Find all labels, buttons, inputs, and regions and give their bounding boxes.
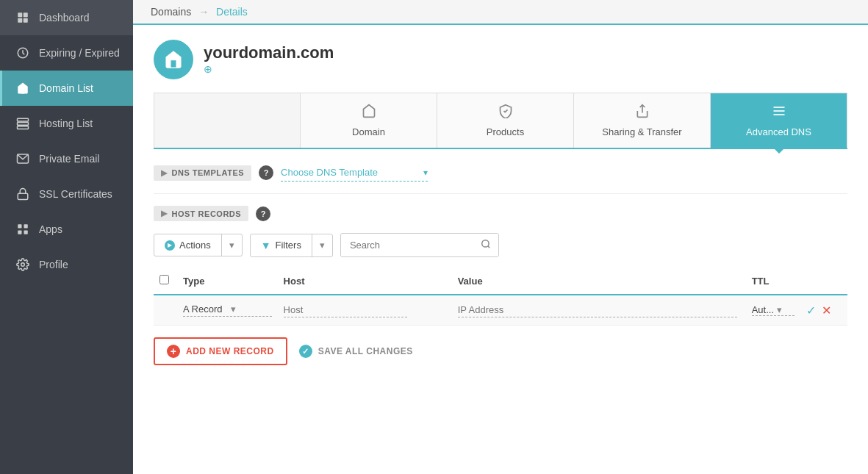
sidebar-item-label: Profile — [39, 259, 68, 270]
ttl-select[interactable]: Aut... ▾ — [752, 304, 795, 316]
host-records-help[interactable]: ? — [256, 207, 270, 221]
tab-products[interactable]: Products — [437, 93, 574, 148]
filters-dropdown-arrow[interactable]: ▾ — [312, 234, 332, 256]
email-icon — [15, 151, 30, 166]
row-value-cell — [452, 295, 746, 326]
row-actions: ✓ ✕ — [806, 304, 842, 317]
sidebar-item-label: Hosting List — [39, 118, 93, 129]
record-type-select[interactable]: A Record ▾ — [183, 304, 272, 317]
tab-dns-label: Advanced DNS — [746, 126, 811, 137]
plus-icon: + — [167, 345, 180, 358]
filters-label: Filters — [276, 240, 301, 251]
tab-domain-icon — [362, 104, 376, 122]
row-action-cell: ✓ ✕ — [800, 295, 847, 326]
svg-rect-5 — [18, 118, 29, 121]
svg-rect-7 — [18, 126, 29, 129]
confirm-icon[interactable]: ✓ — [806, 304, 816, 317]
domain-name: yourdomain.com — [204, 43, 334, 62]
table-header: Type Host Value TTL — [154, 267, 847, 295]
dns-template-placeholder: Choose DNS Template — [281, 167, 378, 178]
table-row: A Record ▾ Aut... ▾ — [154, 295, 847, 326]
svg-rect-6 — [18, 123, 29, 126]
row-type-cell: A Record ▾ — [177, 295, 278, 326]
sidebar-item-label: Private Email — [39, 153, 99, 165]
save-all-changes-button[interactable]: ✓ SAVE ALL CHANGES — [299, 345, 413, 358]
dns-templates-section: ▶ DNS TEMPLATES ? Choose DNS Template ▾ — [154, 164, 847, 182]
svg-line-21 — [488, 246, 490, 248]
select-all-checkbox[interactable] — [159, 275, 169, 284]
domain-header: yourdomain.com ⊕ — [154, 40, 847, 79]
bottom-actions: + ADD NEW RECORD ✓ SAVE ALL CHANGES — [154, 337, 847, 373]
server-icon — [15, 116, 30, 131]
dns-template-dropdown[interactable]: Choose DNS Template ▾ — [281, 164, 428, 182]
clock-icon — [15, 46, 30, 60]
sidebar-item-apps[interactable]: Apps — [0, 212, 133, 247]
svg-rect-2 — [18, 18, 22, 23]
cancel-icon[interactable]: ✕ — [822, 304, 831, 317]
row-ttl-cell: Aut... ▾ — [746, 295, 800, 326]
tab-products-icon — [498, 104, 513, 122]
home-icon — [15, 81, 30, 96]
section-divider-1 — [154, 193, 847, 194]
breadcrumb: Domains → Details — [133, 0, 868, 25]
tab-domain[interactable]: Domain — [301, 93, 437, 148]
record-type-value: A Record — [183, 304, 222, 315]
actions-main[interactable]: ▶ Actions — [154, 234, 222, 256]
content-area: yourdomain.com ⊕ Domain Products — [133, 25, 868, 474]
sidebar-item-expiring[interactable]: Expiring / Expired — [0, 35, 133, 71]
tab-domain-label: Domain — [352, 126, 385, 137]
sidebar-item-label: Apps — [39, 223, 62, 235]
table-header-type: Type — [177, 267, 278, 295]
tabs-container: Domain Products Sharing & Transfer Advan… — [154, 93, 847, 148]
search-input[interactable] — [341, 234, 473, 256]
search-button[interactable] — [473, 234, 498, 256]
ttl-value: Aut... — [752, 304, 774, 315]
svg-rect-11 — [24, 224, 28, 228]
play-icon: ▶ — [165, 240, 175, 251]
domain-info: yourdomain.com ⊕ — [204, 43, 334, 76]
table-header-actions — [800, 267, 847, 295]
dns-templates-help[interactable]: ? — [259, 165, 273, 180]
svg-point-14 — [21, 263, 25, 267]
gear-icon — [15, 257, 30, 272]
sidebar-item-profile[interactable]: Profile — [0, 247, 133, 282]
add-new-record-button[interactable]: + ADD NEW RECORD — [154, 337, 287, 365]
sidebar-item-private-email[interactable]: Private Email — [0, 141, 133, 176]
actions-button[interactable]: ▶ Actions ▾ — [154, 234, 243, 256]
actions-dropdown-arrow[interactable]: ▾ — [222, 234, 242, 256]
sidebar-item-hosting[interactable]: Hosting List — [0, 106, 133, 141]
ttl-chevron: ▾ — [777, 304, 782, 315]
tab-advanced-dns[interactable]: Advanced DNS — [711, 93, 847, 148]
breadcrumb-root[interactable]: Domains — [151, 6, 191, 18]
table-header-checkbox — [154, 267, 177, 295]
row-checkbox-cell — [154, 295, 177, 326]
tab-sharing-label: Sharing & Transfer — [602, 126, 681, 137]
tab-sharing-transfer[interactable]: Sharing & Transfer — [574, 93, 711, 148]
breadcrumb-current: Details — [216, 6, 248, 18]
host-records-section: ▶ HOST RECORDS ? — [154, 206, 847, 221]
sidebar-item-label: Domain List — [39, 82, 93, 94]
svg-rect-1 — [24, 12, 28, 17]
table-header-host: Host — [278, 267, 452, 295]
sidebar-item-dashboard[interactable]: Dashboard — [0, 0, 133, 35]
dns-templates-label: ▶ DNS TEMPLATES — [154, 165, 251, 181]
search-box — [340, 233, 499, 257]
add-domain-icon[interactable]: ⊕ — [204, 63, 212, 75]
tab-placeholder — [154, 93, 301, 148]
apps-icon — [15, 222, 30, 237]
svg-rect-0 — [18, 12, 22, 17]
filters-button[interactable]: ▼ Filters ▾ — [250, 234, 333, 257]
host-input[interactable] — [284, 303, 407, 317]
actions-label: Actions — [179, 240, 211, 251]
host-records-label: ▶ HOST RECORDS — [154, 206, 248, 221]
sidebar-item-label: SSL Certificates — [39, 188, 112, 200]
sidebar: Dashboard Expiring / Expired Domain List… — [0, 0, 133, 474]
filters-main[interactable]: ▼ Filters — [251, 234, 312, 256]
value-input[interactable] — [458, 303, 737, 317]
record-type-chevron: ▾ — [231, 304, 236, 315]
sidebar-item-ssl[interactable]: SSL Certificates — [0, 176, 133, 212]
toolbar: ▶ Actions ▾ ▼ Filters ▾ — [154, 233, 847, 257]
sidebar-item-domain-list[interactable]: Domain List — [0, 71, 133, 106]
tab-sharing-icon — [635, 104, 650, 122]
host-records-arrow: ▶ — [161, 209, 168, 218]
